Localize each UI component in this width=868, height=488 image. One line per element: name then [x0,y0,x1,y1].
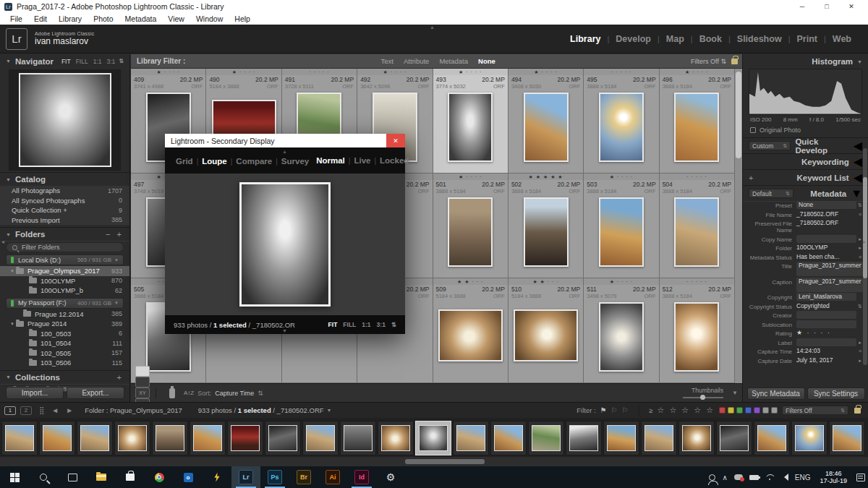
secondary-display-window[interactable]: Lightroom - Secondary Display ✕ ▲ Grid|L… [165,134,405,334]
filmstrip-thumbnail[interactable] [490,421,527,455]
cell-rating-stars[interactable]: ★ · · · · [357,69,432,75]
metadata-value[interactable]: Prague_2017_summer [796,262,863,276]
grid-cell[interactable]: ★ ★ ★ ★ ★ 502 3888 x 5184 20.2 MP ORF [509,174,584,278]
toolbar-options-icon[interactable]: ▼ [732,390,738,396]
module-tab[interactable]: Book [693,34,728,44]
collections-header[interactable]: ▼ Collections + [0,370,129,384]
collections-add-icon[interactable]: + [117,373,124,382]
metadata-value[interactable] [796,311,856,319]
grid-cell[interactable]: ★ ★ · · · 510 5184 x 3888 20.2 MP ORF [509,278,584,383]
filmstrip-thumbnail[interactable] [39,421,75,455]
zoom-mode[interactable]: 1:1 [93,58,102,65]
filmstrip-thumbnail[interactable] [340,421,376,455]
folder-row[interactable]: 100_05036 [0,329,129,339]
catalog-item[interactable]: Previous Import 385 [0,215,129,226]
left-panel-collapse-icon[interactable]: ◂ [1,239,4,245]
module-tab[interactable]: Slideshow [731,34,788,44]
folder-row[interactable]: ▼Prague_Olympus_2017933 [0,266,129,276]
sort-direction-icon[interactable]: A↕Z [184,390,194,396]
filmstrip-thumbnail[interactable] [678,421,715,455]
cell-rating-stars[interactable]: · · · · · [660,278,734,285]
photo-thumbnail[interactable] [674,93,719,162]
histogram-chart[interactable] [749,69,862,115]
module-tab[interactable]: Print [790,34,823,44]
photo-thumbnail[interactable] [438,309,503,361]
color-label-chip[interactable] [762,407,769,414]
secondary-mode-tab[interactable]: Locked [376,156,412,165]
zoom-mode[interactable]: FIT [61,58,71,65]
window-titlebar[interactable]: Lr Praga_2017-2 - Adobe Photoshop Lightr… [0,0,868,13]
filmstrip-thumbnail[interactable] [791,421,827,455]
metadata-value[interactable]: _7180502.ORF [796,219,856,227]
filmstrip-thumbnail[interactable] [302,421,339,455]
secondary-zoom-mode[interactable]: ⇅ [391,321,396,328]
right-panel-collapse-icon[interactable]: ▸ [863,239,866,245]
volume-icon[interactable] [780,474,788,481]
secondary-view-tab[interactable]: Loupe [198,157,231,166]
photo-thumbnail[interactable] [448,197,493,267]
menu-item[interactable]: Window [190,14,229,23]
illustrator[interactable]: Ai [318,466,347,488]
grid-cell[interactable]: · · · · · 495 3888 x 5184 20.2 MP ORF [584,69,659,174]
cell-rating-stars[interactable]: ★ ★ · · · [509,278,583,285]
menu-item[interactable]: Library [53,14,88,23]
folders-add-remove-icons[interactable]: − + [106,230,124,239]
photo-thumbnail[interactable] [674,197,719,267]
folder-row[interactable]: 103_0506115 [0,358,129,368]
folder-row[interactable]: 102_0505157 [0,348,129,359]
filters-state-dropdown[interactable]: Filters Off ⇅ [691,58,726,65]
rating-operator[interactable]: ≥ [650,407,653,414]
grid-cell[interactable]: · · · · · 504 3888 x 5184 20.2 MP ORF [660,174,735,278]
color-label-chip[interactable] [745,407,752,414]
chrome[interactable] [145,466,174,488]
filmstrip-thumbnail[interactable] [114,421,150,455]
photo-thumbnail[interactable] [599,197,644,267]
search-button[interactable] [29,466,58,488]
expander-icon[interactable]: ▼ [10,269,16,273]
secondary-zoom-mode[interactable]: FILL [343,321,356,328]
metadata-value[interactable] [796,235,856,243]
secondary-mode-tab[interactable]: Normal [312,156,349,165]
grid-cell[interactable]: ★ ★ · · · 509 5184 x 3888 20.2 MP ORF [433,278,509,383]
chevron-up-icon[interactable]: ∧ [722,474,727,481]
cell-rating-stars[interactable]: ★ ★ ★ ★ ★ [509,174,583,180]
photo-thumbnail[interactable] [524,197,569,267]
color-label-chip[interactable] [728,407,734,414]
filmstrip-thumbnail[interactable] [528,421,564,455]
filter-folders-input[interactable]: Filter Folders [6,242,124,252]
folder-row[interactable]: ▼Prague 2014389 [0,319,129,329]
photo-thumbnail[interactable] [514,309,578,361]
settings[interactable]: ⚙ [376,466,405,488]
metadata-value[interactable]: _7180502.ORF [796,210,856,218]
color-label-chip[interactable] [719,407,726,414]
filmstrip-thumbnail[interactable] [453,421,489,455]
indesign[interactable]: Id [347,466,376,488]
right-panel-scrollbar[interactable] [863,148,867,365]
metadata-value[interactable]: None [796,201,856,209]
filmstrip-scrollbar[interactable] [0,457,868,466]
start-button[interactable] [0,466,29,488]
keyword-list-header[interactable]: + Keyword List ◀ [743,169,868,185]
sync-settings-button[interactable]: Sync Settings [807,388,865,400]
volume-row[interactable]: Local Disk (D:)565 / 931 GB▼ [6,254,124,265]
zoom-stepper-icon[interactable]: ⇅ [119,58,124,64]
keywording-header[interactable]: Keywording ◀ [743,153,868,169]
cell-rating-stars[interactable]: · · · · · [660,174,734,180]
lock-icon[interactable] [731,59,738,64]
zoom-mode[interactable]: FILL [76,58,88,65]
add-keyword-icon[interactable]: + [749,174,753,182]
sort-value-dropdown[interactable]: Capture Time [215,390,254,397]
secondary-view-tab[interactable]: Grid [172,157,197,166]
selection-status[interactable]: 933 photos / 1 selected / _7180502.ORF [198,406,324,414]
folder-row[interactable]: Prague 12.2014385 [0,309,129,320]
metadata-value[interactable]: ★ · · · · [796,329,856,337]
color-label-chip[interactable] [771,407,778,414]
thumbnail-size-slider[interactable] [683,397,723,398]
metadata-value[interactable] [796,338,856,346]
original-photo-checkbox[interactable] [750,127,756,133]
secondary-zoom-mode[interactable]: 1:1 [362,321,370,328]
filmstrip-thumbnail[interactable] [1,421,38,455]
secondary-close-button[interactable]: ✕ [386,134,405,147]
filter-tab[interactable]: Attribute [404,57,429,65]
rejected-filter-icon[interactable]: ⚐ [622,406,629,414]
